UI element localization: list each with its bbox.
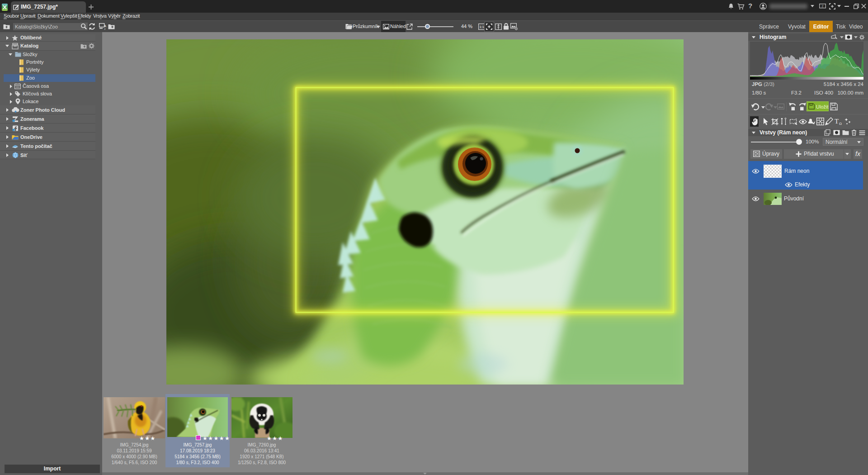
svg-text:T: T <box>835 118 839 125</box>
svg-text:z: z <box>104 28 106 30</box>
svg-text:2: 2 <box>822 5 824 8</box>
svg-text:1:1: 1:1 <box>479 25 484 28</box>
svg-text:Ω: Ω <box>839 122 842 125</box>
